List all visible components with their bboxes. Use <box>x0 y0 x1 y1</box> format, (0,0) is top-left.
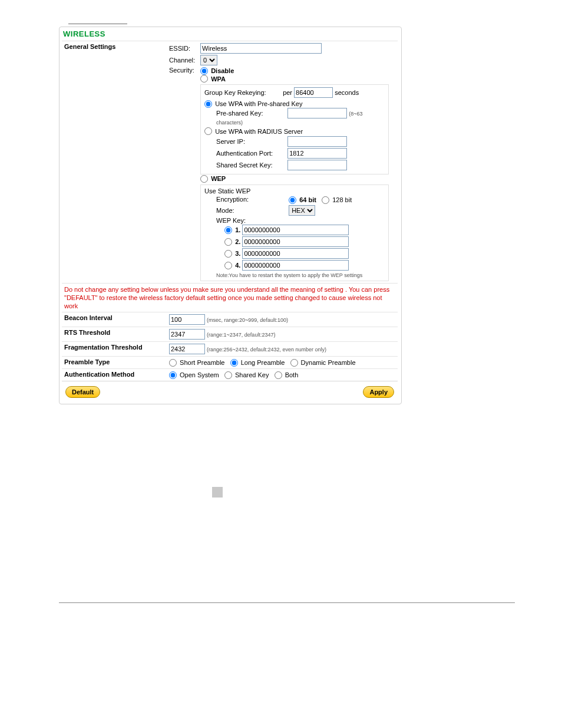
wep-key-4-input[interactable] <box>242 260 349 271</box>
wpa-radius-radio[interactable] <box>204 127 212 135</box>
security-label: Security: <box>169 67 199 74</box>
section-preamble-type: Preamble Type <box>62 357 167 369</box>
warning-text: Do not change any setting below unless y… <box>62 283 398 312</box>
security-wep-radio[interactable] <box>200 175 208 183</box>
wireless-panel: WIRELESS General Settings ESSID: Channel… <box>59 27 402 404</box>
enc-128-label: 128 bit <box>332 196 352 203</box>
auth-both-radio[interactable] <box>275 371 282 379</box>
preamble-long-radio[interactable] <box>230 359 238 367</box>
footer-rule <box>59 602 515 603</box>
preamble-short-radio[interactable] <box>169 359 177 367</box>
wep-mode-label: Mode: <box>216 207 287 214</box>
section-general-settings: General Settings <box>62 41 167 284</box>
wep-mode-select[interactable]: HEX <box>289 205 315 216</box>
wpa-radius-label: Use WPA with RADIUS Server <box>215 128 303 135</box>
wep-key-4-radio[interactable] <box>224 262 232 269</box>
section-rts-threshold: RTS Threshold <box>62 327 167 342</box>
preamble-dynamic-label: Dynamic Preamble <box>301 360 356 367</box>
wep-key-label: WEP Key: <box>216 217 385 224</box>
enc-64-radio[interactable] <box>289 196 296 204</box>
shared-secret-input[interactable] <box>287 160 347 170</box>
psk-input[interactable] <box>287 108 347 118</box>
rts-hint: (range:1~2347, default:2347) <box>207 332 275 338</box>
auth-shared-radio[interactable] <box>224 371 232 379</box>
header-underline <box>68 24 127 24</box>
group-key-per: per <box>283 89 292 96</box>
frag-hint: (range:256~2432, default:2432, even numb… <box>207 347 326 353</box>
security-disable-label: Disable <box>211 67 234 74</box>
server-ip-input[interactable] <box>287 136 347 147</box>
section-beacon-interval: Beacon Interval <box>62 312 167 327</box>
page-title: WIRELESS <box>63 29 398 38</box>
auth-both-label: Both <box>285 371 299 378</box>
auth-port-label: Authentication Port: <box>216 150 286 157</box>
wep-key-1-input[interactable] <box>242 225 349 235</box>
preamble-dynamic-radio[interactable] <box>290 359 298 367</box>
default-button[interactable]: Default <box>65 386 100 398</box>
channel-label: Channel: <box>169 57 199 64</box>
section-frag-threshold: Fragmentation Threshold <box>62 342 167 357</box>
wep-key-1-radio[interactable] <box>224 226 232 234</box>
section-auth-method: Authentication Method <box>62 369 167 381</box>
channel-select[interactable]: 0 <box>200 55 217 65</box>
group-key-label: Group Key Rekeying: <box>204 89 281 96</box>
group-key-input[interactable] <box>294 87 333 98</box>
psk-label: Pre-shared Key: <box>216 110 286 117</box>
wep-key-3-num: 3. <box>235 250 240 257</box>
security-wpa-label: WPA <box>211 75 226 83</box>
wep-key-4-num: 4. <box>235 262 240 269</box>
wep-key-2-input[interactable] <box>242 236 349 247</box>
enc-128-radio[interactable] <box>322 196 329 204</box>
preamble-long-label: Long Preamble <box>241 360 285 367</box>
footer-square-icon <box>212 487 223 498</box>
wep-key-3-radio[interactable] <box>224 250 232 258</box>
security-disable-radio[interactable] <box>200 67 208 75</box>
essid-input[interactable] <box>200 43 322 54</box>
beacon-hint: (msec, range:20~999, default:100) <box>207 317 288 323</box>
security-wep-label: WEP <box>211 175 226 182</box>
auth-shared-label: Shared Key <box>235 371 269 378</box>
auth-open-label: Open System <box>180 371 219 378</box>
frag-input[interactable] <box>169 344 205 354</box>
server-ip-label: Server IP: <box>216 138 286 145</box>
auth-port-input[interactable] <box>287 148 347 159</box>
wep-static-label: Use Static WEP <box>204 187 385 195</box>
wpa-settings-block: Group Key Rekeying: per seconds Use WPA … <box>200 84 389 174</box>
wep-note: Note:You have to restart the system to a… <box>216 271 385 278</box>
wpa-psk-radio[interactable] <box>204 100 212 108</box>
wep-key-2-num: 2. <box>235 238 240 245</box>
wep-key-2-radio[interactable] <box>224 238 232 246</box>
encryption-label: Encryption: <box>216 196 287 203</box>
preamble-short-label: Short Preamble <box>180 360 224 367</box>
wep-key-1-num: 1. <box>235 226 240 233</box>
wep-key-3-input[interactable] <box>242 248 349 259</box>
security-wpa-radio[interactable] <box>200 75 208 83</box>
rts-input[interactable] <box>169 329 205 340</box>
essid-label: ESSID: <box>169 45 199 52</box>
wep-settings-block: Use Static WEP Encryption: 64 bit <box>200 185 389 281</box>
enc-64-label: 64 bit <box>299 196 316 203</box>
wpa-psk-label: Use WPA with Pre-shared Key <box>215 100 302 107</box>
auth-open-radio[interactable] <box>169 371 177 379</box>
apply-button[interactable]: Apply <box>363 386 394 398</box>
group-key-unit: seconds <box>335 89 359 96</box>
beacon-input[interactable] <box>169 314 205 325</box>
shared-secret-label: Shared Secret Key: <box>216 162 286 169</box>
